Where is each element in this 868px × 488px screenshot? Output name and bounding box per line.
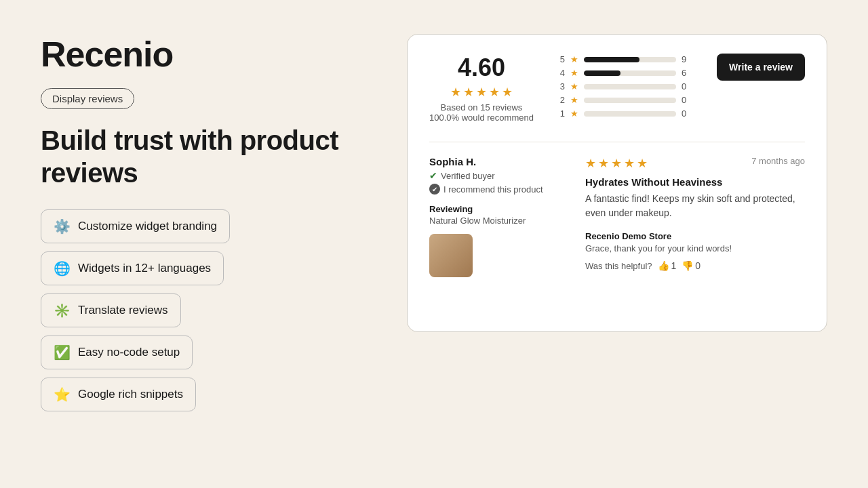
features-list: ⚙️ Customize widget branding 🌐 Widgets i… xyxy=(41,209,366,411)
no-code-icon: ✅ xyxy=(54,344,70,361)
bar-label-2: 2 xyxy=(554,95,565,105)
bar-label-3: 3 xyxy=(554,81,565,92)
feature-label-no-code: Easy no-code setup xyxy=(78,346,180,359)
review-star-1: ★ xyxy=(585,156,596,171)
reviewer-name: Sophia H. xyxy=(429,156,565,167)
rating-bars: 5 ★ 9 4 ★ 6 xyxy=(554,54,690,122)
bar-row-5: 5 ★ 9 xyxy=(554,54,690,64)
helpful-label: Was this helpful? xyxy=(585,261,652,271)
bar-track-1 xyxy=(584,111,676,117)
translate-icon: ✳️ xyxy=(54,302,70,319)
review-header: ★ ★ ★ ★ ★ 7 months ago xyxy=(585,156,805,171)
verified-icon: ✔ xyxy=(429,170,437,181)
bar-label-1: 1 xyxy=(554,108,565,119)
brand-title: Recenio xyxy=(41,34,366,75)
verified-label: Verified buyer xyxy=(441,171,495,181)
divider xyxy=(429,142,805,142)
thumbs-down-icon: 👎 xyxy=(682,260,693,271)
star-2: ★ xyxy=(463,85,474,100)
bar-label-4: 4 xyxy=(554,68,565,78)
recommend-row: ✔ I recommend this product xyxy=(429,184,565,195)
bar-track-4 xyxy=(584,70,676,76)
bar-label-5: 5 xyxy=(554,54,565,64)
display-reviews-badge: Display reviews xyxy=(41,88,134,109)
recommend-label: I recommend this product xyxy=(443,184,543,195)
bar-fill-5 xyxy=(584,57,639,62)
bar-track-5 xyxy=(584,57,676,62)
store-response: Recenio Demo Store Grace, thank you for … xyxy=(585,231,805,253)
bar-star-5: ★ xyxy=(570,54,578,64)
total-reviews: Based on 15 reviews xyxy=(429,102,534,113)
recommend-pct: 100.0% would recommend xyxy=(429,113,534,123)
helpful-yes-count: 1 xyxy=(671,260,677,271)
helpful-no-count: 0 xyxy=(695,260,701,271)
rating-score: 4.60 xyxy=(429,54,534,82)
bar-track-3 xyxy=(584,84,676,89)
review-title: Hydrates Without Heaviness xyxy=(585,176,805,188)
rating-left: 4.60 ★ ★ ★ ★ ★ Based on 15 reviews 100.0… xyxy=(429,54,534,123)
helpful-no-button[interactable]: 👎 0 xyxy=(682,260,701,271)
overall-stars: ★ ★ ★ ★ ★ xyxy=(429,85,534,100)
store-name: Recenio Demo Store xyxy=(585,231,805,241)
review-right: ★ ★ ★ ★ ★ 7 months ago Hydrates Without … xyxy=(585,156,805,277)
feature-item-translate[interactable]: ✳️ Translate reviews xyxy=(41,293,181,327)
write-review-button[interactable]: Write a review xyxy=(717,54,805,81)
headline: Build trust with product reviews xyxy=(41,124,366,189)
bar-row-1: 1 ★ 0 xyxy=(554,108,690,119)
review-star-5: ★ xyxy=(637,156,648,171)
customize-branding-icon: ⚙️ xyxy=(54,218,70,235)
recommend-icon: ✔ xyxy=(429,184,440,195)
bar-fill-4 xyxy=(584,70,620,76)
reviewing-product: Natural Glow Moisturizer xyxy=(429,216,565,226)
review-star-2: ★ xyxy=(598,156,609,171)
feature-item-rich-snippets[interactable]: ⭐ Google rich snippets xyxy=(41,378,196,411)
review-stars: ★ ★ ★ ★ ★ xyxy=(585,156,648,171)
review-star-4: ★ xyxy=(624,156,635,171)
languages-icon: 🌐 xyxy=(54,260,70,277)
verified-row: ✔ Verified buyer xyxy=(429,170,565,181)
bar-star-2: ★ xyxy=(570,95,578,105)
bar-count-3: 0 xyxy=(682,81,690,92)
star-3: ★ xyxy=(476,85,487,100)
feature-item-languages[interactable]: 🌐 Widgets in 12+ languages xyxy=(41,251,224,285)
rich-snippets-icon: ⭐ xyxy=(54,386,70,403)
feature-label-translate: Translate reviews xyxy=(78,304,168,317)
review-thumbnail xyxy=(429,234,473,277)
review-thumb-image xyxy=(429,234,473,277)
star-4: ★ xyxy=(489,85,500,100)
bar-count-2: 0 xyxy=(682,95,690,105)
bar-row-3: 3 ★ 0 xyxy=(554,81,690,92)
review-body: A fantastic find! Keeps my skin soft and… xyxy=(585,192,805,220)
rating-summary: 4.60 ★ ★ ★ ★ ★ Based on 15 reviews 100.0… xyxy=(429,54,805,123)
bar-count-5: 9 xyxy=(682,54,690,64)
star-1: ★ xyxy=(450,85,461,100)
bar-star-3: ★ xyxy=(570,81,578,92)
review-time: 7 months ago xyxy=(751,156,805,166)
feature-label-languages: Widgets in 12+ languages xyxy=(78,262,211,275)
right-panel: 4.60 ★ ★ ★ ★ ★ Based on 15 reviews 100.0… xyxy=(407,27,827,332)
helpful-row: Was this helpful? 👍 1 👎 0 xyxy=(585,260,805,271)
bar-count-4: 6 xyxy=(682,68,690,78)
feature-label-customize-branding: Customize widget branding xyxy=(78,220,217,233)
feature-item-no-code[interactable]: ✅ Easy no-code setup xyxy=(41,336,193,369)
bar-track-2 xyxy=(584,98,676,103)
review-card: Sophia H. ✔ Verified buyer ✔ I recommend… xyxy=(429,156,805,277)
bar-row-4: 4 ★ 6 xyxy=(554,68,690,78)
feature-item-customize-branding[interactable]: ⚙️ Customize widget branding xyxy=(41,209,230,243)
review-left: Sophia H. ✔ Verified buyer ✔ I recommend… xyxy=(429,156,565,277)
reviewing-label: Reviewing xyxy=(429,204,565,214)
feature-label-rich-snippets: Google rich snippets xyxy=(78,388,183,401)
left-panel: Recenio Display reviews Build trust with… xyxy=(41,27,366,411)
helpful-yes-button[interactable]: 👍 1 xyxy=(658,260,677,271)
review-star-3: ★ xyxy=(611,156,622,171)
review-widget: 4.60 ★ ★ ★ ★ ★ Based on 15 reviews 100.0… xyxy=(407,34,827,332)
bar-star-1: ★ xyxy=(570,108,578,119)
star-5-half: ★ xyxy=(502,85,513,100)
store-reply: Grace, thank you for your kind words! xyxy=(585,243,805,253)
bar-count-1: 0 xyxy=(682,108,690,119)
thumbs-up-icon: 👍 xyxy=(658,260,669,271)
bar-star-4: ★ xyxy=(570,68,578,78)
bar-row-2: 2 ★ 0 xyxy=(554,95,690,105)
